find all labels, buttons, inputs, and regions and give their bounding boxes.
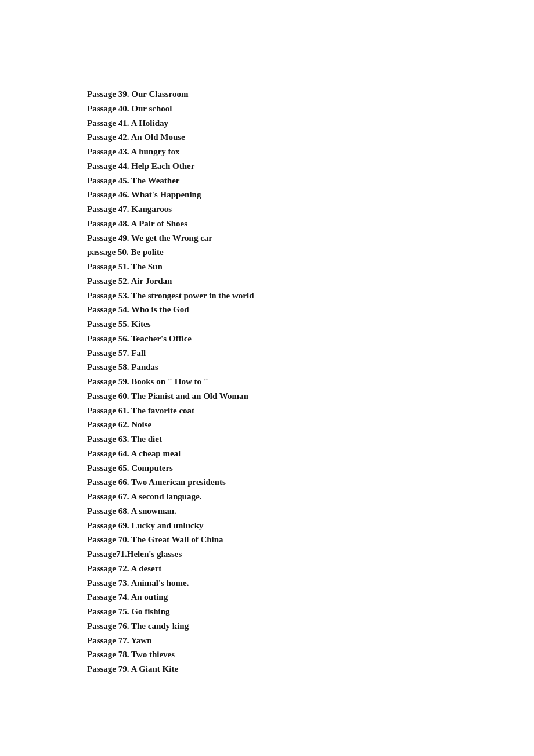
list-item[interactable]: Passage 76. The candy king	[87, 619, 534, 633]
list-item[interactable]: Passage 39. Our Classroom	[87, 87, 534, 102]
list-item[interactable]: Passage 74. An outing	[87, 590, 534, 604]
list-item[interactable]: Passage 54. Who is the God	[87, 303, 534, 317]
list-item[interactable]: Passage 66. Two American presidents	[87, 475, 534, 489]
list-item[interactable]: Passage 47. Kangaroos	[87, 202, 534, 217]
list-item[interactable]: Passage 45. The Weather	[87, 174, 534, 188]
list-item[interactable]: Passage 77. Yawn	[87, 633, 534, 648]
list-item[interactable]: passage 50. Be polite	[87, 245, 534, 260]
list-item[interactable]: Passage 67. A second language.	[87, 489, 534, 504]
list-item[interactable]: Passage 75. Go fishing	[87, 604, 534, 619]
list-item[interactable]: Passage 49. We get the Wrong car	[87, 231, 534, 246]
list-item[interactable]: Passage 46. What's Happening	[87, 188, 534, 202]
list-item[interactable]: Passage 41. A Holiday	[87, 116, 534, 131]
list-item[interactable]: Passage 64. A cheap meal	[87, 447, 534, 461]
list-item[interactable]: Passage 57. Fall	[87, 346, 534, 361]
passage-list: Passage 39. Our ClassroomPassage 40. Our…	[87, 87, 534, 676]
list-item[interactable]: Passage 61. The favorite coat	[87, 404, 534, 418]
list-item[interactable]: Passage 55. Kites	[87, 317, 534, 332]
list-item[interactable]: Passage 56. Teacher's Office	[87, 332, 534, 346]
list-item[interactable]: Passage 52. Air Jordan	[87, 274, 534, 289]
list-item[interactable]: Passage 72. A desert	[87, 561, 534, 576]
list-item[interactable]: Passage 59. Books on " How to "	[87, 375, 534, 389]
list-item[interactable]: Passage 44. Help Each Other	[87, 159, 534, 174]
list-item[interactable]: Passage 78. Two thieves	[87, 647, 534, 662]
list-item[interactable]: Passage 69. Lucky and unlucky	[87, 519, 534, 533]
list-item[interactable]: Passage 40. Our school	[87, 102, 534, 116]
list-item[interactable]: Passage 53. The strongest power in the w…	[87, 289, 534, 303]
list-item[interactable]: Passage 42. An Old Mouse	[87, 130, 534, 145]
list-item[interactable]: Passage 63. The diet	[87, 432, 534, 447]
list-item[interactable]: Passage71.Helen's glasses	[87, 547, 534, 561]
list-item[interactable]: Passage 51. The Sun	[87, 260, 534, 274]
list-item[interactable]: Passage 73. Animal's home.	[87, 576, 534, 591]
list-item[interactable]: Passage 68. A snowman.	[87, 504, 534, 519]
list-item[interactable]: Passage 58. Pandas	[87, 360, 534, 375]
list-item[interactable]: Passage 70. The Great Wall of China	[87, 532, 534, 547]
list-item[interactable]: Passage 65. Computers	[87, 461, 534, 476]
list-item[interactable]: Passage 43. A hungry fox	[87, 145, 534, 159]
list-item[interactable]: Passage 48. A Pair of Shoes	[87, 217, 534, 231]
list-item[interactable]: Passage 79. A Giant Kite	[87, 662, 534, 676]
list-item[interactable]: Passage 62. Noise	[87, 417, 534, 432]
page-container: Passage 39. Our ClassroomPassage 40. Our…	[0, 0, 534, 723]
list-item[interactable]: Passage 60. The Pianist and an Old Woman	[87, 389, 534, 404]
